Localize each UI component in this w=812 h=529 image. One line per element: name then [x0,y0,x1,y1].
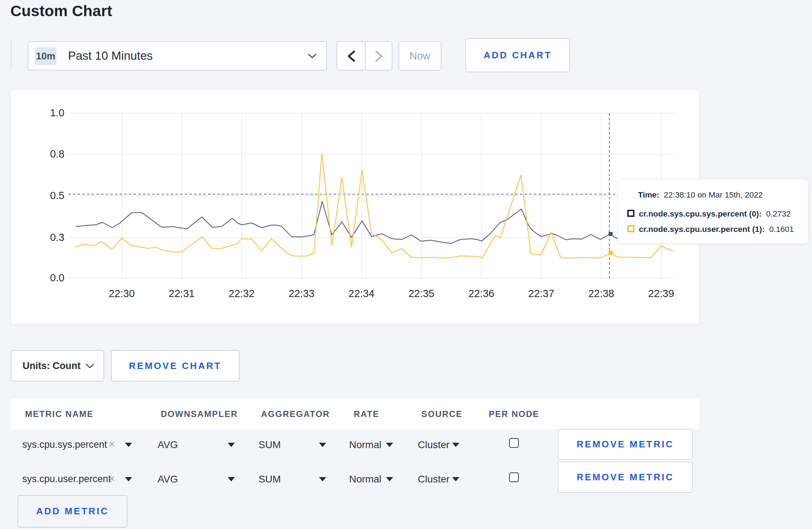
svg-text:22:39: 22:39 [648,288,674,299]
svg-text:22:30: 22:30 [109,288,135,299]
svg-text:0.8: 0.8 [50,148,64,160]
svg-text:22:31: 22:31 [169,288,195,299]
svg-text:22:32: 22:32 [229,288,255,299]
svg-text:0.3: 0.3 [50,232,64,243]
svg-text:22:35: 22:35 [409,288,435,299]
svg-text:22:38: 22:38 [588,288,614,299]
svg-text:0.5: 0.5 [50,190,64,201]
svg-text:22:37: 22:37 [528,288,555,299]
svg-text:1.0: 1.0 [50,107,64,118]
svg-text:22:34: 22:34 [348,288,374,299]
svg-text:22:33: 22:33 [289,288,315,299]
svg-text:0.0: 0.0 [50,272,64,283]
svg-text:22:36: 22:36 [468,288,494,299]
